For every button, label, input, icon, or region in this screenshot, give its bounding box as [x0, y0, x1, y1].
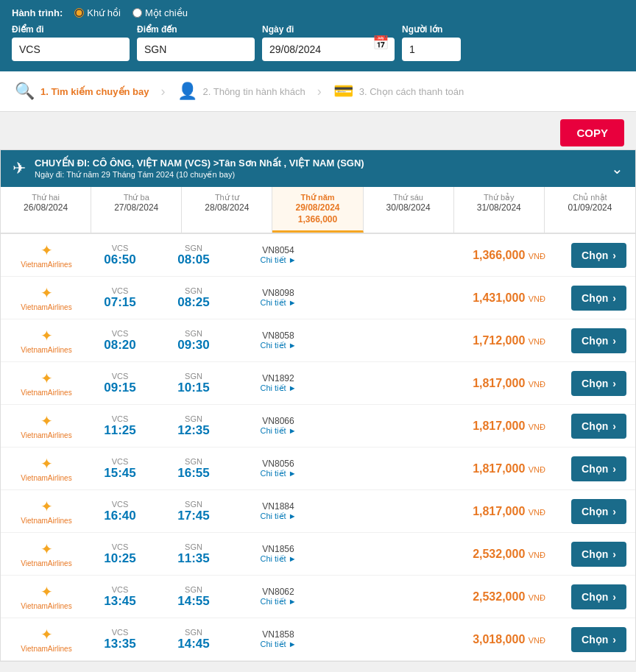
- flight-num-cell-1: VN8098 Chi tiết ►: [230, 288, 326, 308]
- departure-cell-0: VCS 06:50: [83, 244, 157, 267]
- dep-airport-8: VCS: [83, 585, 157, 594]
- round-trip-radio[interactable]: [74, 8, 84, 18]
- results-title: CHUYẾN ĐI: CÔ ÔNG, VIỆT NAM (VCS) >Tân S…: [35, 158, 364, 169]
- date-tab-day-2: Thứ tư: [185, 193, 269, 202]
- chi-tiet-link-0[interactable]: Chi tiết ►: [230, 255, 326, 265]
- table-row: ✦ VietnamAirlines VCS 06:50 SGN 08:05 VN…: [1, 234, 635, 277]
- select-button-6[interactable]: Chọn ›: [571, 499, 626, 524]
- select-button-3[interactable]: Chọn ›: [571, 371, 626, 396]
- select-button-4[interactable]: Chọn ›: [571, 414, 626, 439]
- date-tab-6[interactable]: Chủ nhật 01/09/2024: [545, 187, 635, 233]
- to-field-group: Điểm đến: [137, 24, 255, 61]
- chi-tiet-link-3[interactable]: Chi tiết ►: [230, 383, 326, 393]
- arr-airport-5: SGN: [157, 457, 230, 466]
- arr-airport-1: SGN: [157, 286, 230, 295]
- select-cell-5: Chọn ›: [545, 456, 626, 481]
- table-row: ✦ VietnamAirlines VCS 16:40 SGN 17:45 VN…: [1, 490, 635, 533]
- departure-cell-5: VCS 15:45: [83, 457, 157, 481]
- price-amount-6: 1,817,000: [473, 505, 525, 517]
- chi-tiet-link-4[interactable]: Chi tiết ►: [230, 426, 326, 436]
- flight-num-cell-5: VN8056 Chi tiết ►: [230, 459, 326, 478]
- from-input[interactable]: [12, 38, 130, 61]
- one-way-radio[interactable]: [132, 8, 142, 18]
- flight-number-1: VN8098: [230, 288, 326, 298]
- airline-name-1: VietnamAirlines: [21, 303, 71, 311]
- date-tab-day-3: Thứ năm: [275, 193, 359, 202]
- flight-num-cell-6: VN1884 Chi tiết ►: [230, 501, 326, 521]
- airline-name-6: VietnamAirlines: [21, 517, 71, 525]
- dep-airport-0: VCS: [83, 244, 157, 252]
- date-tab-date-0: 26/08/2024: [4, 202, 88, 213]
- airline-name-5: VietnamAirlines: [21, 474, 71, 482]
- select-label-1: Chọn: [582, 292, 608, 304]
- date-tab-4[interactable]: Thứ sáu 30/08/2024: [364, 187, 454, 233]
- to-input[interactable]: [137, 38, 255, 61]
- chi-tiet-link-1[interactable]: Chi tiết ►: [230, 298, 326, 308]
- date-tab-date-5: 31/08/2024: [457, 202, 541, 213]
- chi-tiet-link-9[interactable]: Chi tiết ►: [230, 640, 326, 649]
- dep-airport-7: VCS: [83, 542, 157, 551]
- chi-tiet-link-2[interactable]: Chi tiết ►: [230, 341, 326, 350]
- collapse-button[interactable]: ⌄: [611, 160, 623, 177]
- chi-tiet-link-7[interactable]: Chi tiết ►: [230, 554, 326, 564]
- copy-button[interactable]: COPY: [560, 119, 624, 146]
- table-row: ✦ VietnamAirlines VCS 08:20 SGN 09:30 VN…: [1, 319, 635, 362]
- airline-cell-4: ✦ VietnamAirlines: [10, 412, 83, 439]
- price-amount-0: 1,366,000: [473, 249, 525, 261]
- select-button-2[interactable]: Chọn ›: [571, 328, 626, 353]
- select-label-9: Chọn: [582, 634, 608, 646]
- results-header-left: ✈ CHUYẾN ĐI: CÔ ÔNG, VIỆT NAM (VCS) >Tân…: [13, 158, 364, 180]
- search-fields: Điểm đi Điểm đến Ngày đi 📅 Người lớn: [12, 24, 624, 61]
- airline-name-3: VietnamAirlines: [21, 389, 71, 397]
- table-row: ✦ VietnamAirlines VCS 07:15 SGN 08:25 VN…: [1, 277, 635, 319]
- arrival-cell-0: SGN 08:05: [157, 244, 230, 267]
- select-button-1[interactable]: Chọn ›: [571, 286, 626, 311]
- date-tab-1[interactable]: Thứ ba 27/08/2024: [91, 187, 182, 233]
- select-button-0[interactable]: Chọn ›: [571, 243, 626, 268]
- step-passenger[interactable]: 👤 2. Thông tin hành khách: [177, 82, 305, 101]
- step-payment[interactable]: 💳 3. Chọn cách thanh toán: [333, 82, 464, 101]
- price-amount-5: 1,817,000: [473, 462, 525, 475]
- flight-num-cell-0: VN8054 Chi tiết ►: [230, 245, 326, 265]
- arr-time-9: 14:45: [157, 637, 230, 651]
- select-button-9[interactable]: Chọn ›: [571, 627, 626, 652]
- select-button-7[interactable]: Chọn ›: [571, 542, 626, 567]
- airline-cell-6: ✦ VietnamAirlines: [10, 498, 83, 525]
- date-tab-3[interactable]: Thứ năm 29/08/20241,366,000: [272, 187, 363, 233]
- select-label-6: Chọn: [582, 506, 608, 517]
- select-arrow-6: ›: [612, 506, 616, 517]
- chi-tiet-link-8[interactable]: Chi tiết ►: [230, 597, 326, 606]
- price-cell-6: 1,817,000 VNĐ: [326, 505, 545, 518]
- date-tab-0[interactable]: Thứ hai 26/08/2024: [1, 187, 91, 233]
- arrival-cell-6: SGN 17:45: [157, 500, 230, 523]
- departure-cell-4: VCS 11:25: [83, 414, 157, 438]
- arr-time-4: 12:35: [157, 423, 230, 438]
- pax-input[interactable]: [402, 38, 461, 61]
- dep-airport-4: VCS: [83, 414, 157, 423]
- one-way-label[interactable]: Một chiều: [132, 7, 188, 18]
- airline-logo-2: ✦: [40, 327, 53, 344]
- airline-logo-3: ✦: [40, 369, 53, 387]
- plane-icon: ✈: [13, 159, 26, 178]
- select-button-5[interactable]: Chọn ›: [571, 456, 626, 481]
- chi-tiet-link-6[interactable]: Chi tiết ►: [230, 512, 326, 521]
- price-currency-9: VNĐ: [529, 636, 545, 645]
- chi-tiet-link-5[interactable]: Chi tiết ►: [230, 469, 326, 478]
- price-amount-1: 1,431,000: [473, 291, 525, 304]
- step-search[interactable]: 🔍 1. Tìm kiếm chuyến bay: [15, 82, 149, 101]
- date-tab-day-0: Thứ hai: [4, 193, 88, 202]
- table-row: ✦ VietnamAirlines VCS 10:25 SGN 11:35 VN…: [1, 533, 635, 576]
- dep-airport-9: VCS: [83, 628, 157, 637]
- search-bar: Hành trình: Khứ hồi Một chiều Điểm đi Đi…: [0, 0, 636, 71]
- date-tab-5[interactable]: Thứ bảy 31/08/2024: [454, 187, 545, 233]
- round-trip-label[interactable]: Khứ hồi: [74, 7, 121, 18]
- arr-time-2: 09:30: [157, 338, 230, 353]
- flight-number-5: VN8056: [230, 459, 326, 469]
- select-button-8[interactable]: Chọn ›: [571, 584, 626, 609]
- dep-airport-2: VCS: [83, 329, 157, 338]
- date-tab-2[interactable]: Thứ tư 28/08/2024: [182, 187, 272, 233]
- flight-number-7: VN1856: [230, 544, 326, 554]
- date-input[interactable]: [262, 38, 395, 61]
- arrival-cell-7: SGN 11:35: [157, 542, 230, 566]
- price-amount-7: 2,532,000: [473, 548, 525, 560]
